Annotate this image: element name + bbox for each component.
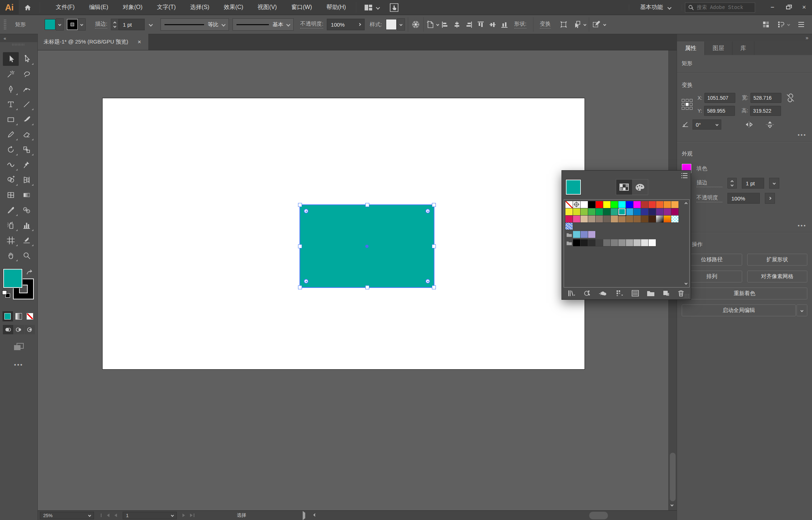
swatch-2-14[interactable] (671, 216, 679, 223)
corner-radius-widget-sw[interactable] (304, 279, 308, 284)
swatch-2-6[interactable] (611, 216, 618, 223)
tools-grip[interactable] (0, 42, 37, 47)
swatch-2-2[interactable] (581, 216, 588, 223)
group-1-swatch-1[interactable] (581, 239, 588, 247)
gradient-tool[interactable] (19, 188, 35, 202)
delete-swatch-icon[interactable] (678, 290, 684, 297)
menu-item-1[interactable]: 编辑(E) (82, 0, 115, 15)
slice-tool[interactable] (19, 234, 35, 247)
select-similar-icon[interactable] (573, 20, 586, 29)
swatch-0-6[interactable] (611, 201, 618, 208)
transform-more-options[interactable]: ••• (682, 130, 807, 138)
chevron-down-icon[interactable] (149, 22, 153, 26)
selection-handle-w[interactable] (298, 244, 302, 248)
lasso-tool[interactable] (19, 67, 35, 81)
color-group-folder-icon[interactable] (565, 239, 573, 247)
new-swatch-icon[interactable] (663, 290, 670, 297)
swatch-libraries-icon[interactable] (568, 290, 576, 297)
fill-proxy-swatch[interactable] (3, 269, 22, 288)
swatch-scroll-down-icon[interactable] (685, 282, 687, 285)
align-center-icon[interactable] (454, 21, 460, 28)
menu-item-2[interactable]: 对象(O) (116, 0, 150, 15)
group-1-swatch-3[interactable] (596, 239, 603, 247)
artboard-nav-first[interactable] (100, 514, 109, 517)
swatch-1-3[interactable] (588, 208, 596, 216)
swatch-2-13[interactable] (664, 216, 671, 223)
swatch-2-0[interactable] (565, 216, 573, 223)
swatch-0-13[interactable] (664, 201, 671, 208)
scale-tool[interactable] (19, 143, 35, 157)
group-1-swatch-9[interactable] (641, 239, 649, 247)
group-1-swatch-0[interactable] (573, 239, 581, 247)
opacity-value2[interactable]: 100% (727, 193, 760, 204)
close-button[interactable]: × (796, 2, 812, 13)
selection-handle-n[interactable] (365, 203, 369, 207)
global-edit-button[interactable]: 启动全局编辑 (682, 304, 796, 316)
gradient-mode-button[interactable] (14, 311, 24, 321)
opacity-options-button[interactable] (765, 193, 775, 204)
perspective-grid-tool[interactable] (19, 173, 35, 187)
global-edit-options-button[interactable] (797, 304, 807, 316)
menu-item-4[interactable]: 选择(S) (183, 0, 216, 15)
arrange-documents-icon[interactable] (359, 4, 384, 11)
height-input[interactable]: 319.522 (750, 106, 781, 116)
stroke-weight-stepper[interactable] (111, 19, 119, 30)
swatch-1-12[interactable] (656, 208, 664, 216)
x-input[interactable]: 1051.507 (704, 93, 735, 103)
action-button-1[interactable]: 扩展形状 (747, 254, 808, 266)
corner-radius-widget-ne[interactable] (425, 209, 430, 213)
swatch-1-2[interactable] (581, 208, 588, 216)
draw-behind-button[interactable] (14, 325, 24, 334)
selection-handle-sw[interactable] (298, 285, 302, 289)
status-play-icon[interactable] (303, 513, 305, 518)
link-dimensions-icon[interactable] (786, 93, 795, 103)
color-themes-icon[interactable] (583, 290, 591, 297)
line-segment-tool[interactable] (19, 98, 35, 111)
stroke-weight-value[interactable]: 1 pt (119, 19, 145, 30)
swatch-0-8[interactable] (626, 201, 633, 208)
type-tool[interactable] (3, 98, 19, 111)
edit-toolbar-button[interactable]: ••• (0, 362, 37, 368)
cloud-sync-icon[interactable] (599, 290, 608, 297)
artboard-tool[interactable] (3, 234, 19, 247)
swatch-1-4[interactable] (596, 208, 603, 216)
opacity-label[interactable]: 不透明度: (300, 21, 323, 28)
column-graph-tool[interactable] (19, 218, 35, 232)
artboard-nav-next[interactable] (182, 514, 185, 517)
corner-radius-widget-se[interactable] (425, 279, 430, 284)
shape-center-point[interactable] (365, 245, 369, 248)
workspace-grid-icon[interactable] (762, 21, 770, 28)
swatch-1-5[interactable] (603, 208, 611, 216)
close-tab-icon[interactable]: × (137, 39, 141, 46)
swatch-1-9[interactable] (633, 208, 641, 216)
resize-grip[interactable] (684, 294, 689, 298)
scroll-left-icon[interactable] (313, 513, 316, 516)
eyedropper-tool[interactable] (3, 203, 19, 217)
color-mode-button[interactable] (3, 311, 13, 321)
artboard-number-select[interactable]: 1 (123, 512, 177, 519)
rotate-tool[interactable] (3, 143, 19, 157)
group-1-swatch-8[interactable] (633, 239, 641, 247)
symbol-sprayer-tool[interactable] (3, 218, 19, 232)
swatches-view-button[interactable] (616, 180, 632, 195)
panel-tab-图层[interactable]: 图层 (705, 41, 732, 55)
swatch-2-10[interactable] (641, 216, 649, 223)
eraser-tool[interactable] (19, 128, 35, 141)
stroke-color-dropdown[interactable] (67, 18, 86, 31)
restore-button[interactable] (780, 2, 796, 13)
minimize-button[interactable]: − (764, 2, 780, 13)
swatch-2-8[interactable] (626, 216, 633, 223)
group-0-swatch-2[interactable] (588, 231, 596, 238)
swatches-menu-icon[interactable] (681, 173, 688, 178)
reference-point-widget[interactable] (682, 99, 694, 110)
rectangle-tool[interactable] (3, 113, 19, 126)
stroke-label[interactable]: 描边 (696, 179, 722, 187)
appearance-more-options[interactable]: ••• (682, 208, 807, 229)
swatch-1-0[interactable] (565, 208, 573, 216)
artboard-nav-prev[interactable] (114, 514, 117, 517)
panel-tab-属性[interactable]: 属性 (677, 41, 705, 55)
dock-panels-icon[interactable] (777, 21, 790, 28)
fill-color-dropdown[interactable] (45, 18, 64, 31)
blend-tool[interactable] (19, 203, 35, 217)
group-1-swatch-2[interactable] (588, 239, 596, 247)
